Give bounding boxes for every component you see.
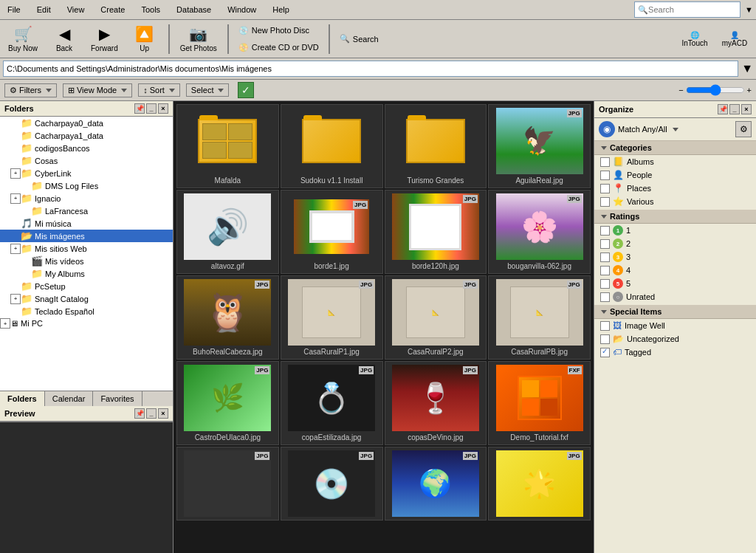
- special-header[interactable]: Special Items: [594, 305, 756, 319]
- people-checkbox[interactable]: [600, 171, 610, 180]
- thumb-castro[interactable]: JPG 🌿 CastroDeUlaca0.jpg: [176, 361, 279, 445]
- rating4-checkbox[interactable]: [600, 266, 610, 275]
- tree-expander[interactable]: +: [10, 168, 21, 179]
- menu-edit[interactable]: Edit: [32, 4, 55, 16]
- filters-button[interactable]: ⚙ Filters: [4, 83, 57, 97]
- up-button[interactable]: 🔼 Up: [126, 22, 163, 55]
- places-checkbox[interactable]: [600, 184, 610, 193]
- tree-item[interactable]: 📁 My Albums: [0, 267, 173, 280]
- view-mode-button[interactable]: ⊞ View Mode: [63, 83, 132, 97]
- org-image-well[interactable]: 🖼 Image Well: [594, 319, 756, 332]
- sort-button[interactable]: ↕ Sort: [138, 83, 180, 97]
- address-go-icon[interactable]: ▼: [741, 62, 753, 75]
- panel-minimize-button[interactable]: _: [146, 103, 157, 114]
- back-button[interactable]: ◀ Back: [46, 22, 83, 55]
- thumb-buho[interactable]: JPG 🦉 BuhoRealCabeza.jpg: [176, 275, 279, 360]
- tree-expander[interactable]: +: [10, 193, 21, 204]
- ratings-header[interactable]: Ratings: [594, 210, 756, 224]
- thumb-row5-4[interactable]: JPG 🌟: [488, 447, 591, 521]
- thumb-altavoz[interactable]: 🔊 altavoz.gif: [176, 190, 279, 274]
- tree-expander[interactable]: [10, 281, 21, 292]
- tree-expander[interactable]: +: [10, 244, 21, 254]
- tree-expander[interactable]: +: [0, 318, 10, 329]
- org-people[interactable]: 👤 People: [594, 168, 756, 182]
- menu-database[interactable]: Database: [172, 4, 216, 16]
- rating2-checkbox[interactable]: [600, 239, 610, 249]
- panel-pin-button[interactable]: 📌: [134, 103, 145, 114]
- tree-item-mi-pc[interactable]: + 🖥 Mi PC: [0, 317, 173, 329]
- organize-minimize-button[interactable]: _: [729, 104, 740, 114]
- zoom-out-icon[interactable]: −: [678, 86, 683, 95]
- check-button[interactable]: ✓: [238, 82, 254, 98]
- tree-item-selected[interactable]: 📂 Mis imágenes: [0, 230, 173, 242]
- org-uncategorized[interactable]: 📂 Uncategorized: [594, 332, 756, 346]
- tree-item[interactable]: + 📁 Ignacio: [0, 192, 173, 205]
- menu-help[interactable]: Help: [268, 4, 294, 16]
- categories-header[interactable]: Categories: [594, 141, 756, 155]
- create-cd-button[interactable]: 📀 Create CD or DVD: [234, 41, 323, 55]
- preview-close-button[interactable]: ×: [158, 408, 168, 419]
- thumb-borde120[interactable]: JPG borde120h.jpg: [385, 190, 487, 274]
- tab-folders[interactable]: Folders: [0, 391, 45, 406]
- org-rating-5[interactable]: 5 5: [594, 277, 756, 290]
- get-photos-button[interactable]: 📷 Get Photos: [175, 22, 222, 55]
- thumb-borde1[interactable]: JPG borde1.jpg: [281, 190, 383, 274]
- organize-pin-button[interactable]: 📌: [718, 104, 728, 114]
- albums-checkbox[interactable]: [600, 157, 610, 167]
- preview-pin-button[interactable]: 📌: [134, 408, 145, 419]
- address-input[interactable]: [3, 61, 738, 77]
- buy-now-button[interactable]: 🛒 Buy Now: [3, 22, 43, 55]
- rating1-checkbox[interactable]: [600, 226, 610, 236]
- thumb-copa[interactable]: JPG 💍 copaEstilizada.jpg: [281, 361, 383, 445]
- thumb-row5-3[interactable]: JPG 🌍: [385, 447, 487, 521]
- org-rating-2[interactable]: 2 2: [594, 237, 756, 250]
- tree-item[interactable]: + 📁 SnagIt Catalog: [0, 292, 173, 305]
- panel-close-button[interactable]: ×: [158, 103, 168, 114]
- tab-favorites[interactable]: Favorites: [93, 391, 142, 406]
- organize-options-button[interactable]: ⚙: [735, 121, 752, 137]
- tree-item[interactable]: 📁 Cacharpaya0_data: [0, 117, 173, 129]
- tree-expander[interactable]: [10, 118, 21, 128]
- match-icon[interactable]: ◉: [599, 121, 615, 137]
- org-albums[interactable]: 📒 Albums: [594, 155, 756, 168]
- menu-tools[interactable]: Tools: [137, 4, 165, 16]
- thumb-aguila[interactable]: JPG 🦅 AguilaReal.jpg: [488, 104, 591, 188]
- forward-button[interactable]: ▶ Forward: [86, 22, 123, 55]
- thumb-casaruralpb[interactable]: JPG 📐 CasaRuralPB.jpg: [488, 275, 591, 360]
- tree-expander[interactable]: [10, 156, 21, 166]
- tree-expander[interactable]: [10, 143, 21, 154]
- tree-expander[interactable]: +: [10, 294, 21, 304]
- image-well-checkbox[interactable]: [600, 321, 610, 331]
- tree-expander[interactable]: [21, 181, 31, 191]
- tree-item[interactable]: 📁 Teclado Español: [0, 305, 173, 317]
- select-button[interactable]: Select: [186, 83, 230, 97]
- search-button[interactable]: 🔍 Search: [335, 32, 383, 46]
- myacd-button[interactable]: 👤 myACD: [716, 28, 753, 50]
- menu-create[interactable]: Create: [96, 4, 129, 16]
- unrated-checkbox[interactable]: [600, 292, 610, 302]
- tree-item[interactable]: 📁 Cacharpaya1_data: [0, 129, 173, 142]
- menu-file[interactable]: File: [3, 4, 25, 16]
- menu-view[interactable]: View: [63, 4, 89, 16]
- org-rating-1[interactable]: 1 1: [594, 224, 756, 237]
- tree-expander[interactable]: [10, 131, 21, 141]
- org-places[interactable]: 📍 Places: [594, 182, 756, 195]
- tree-item[interactable]: + 📁 CyberLink: [0, 167, 173, 179]
- rating3-checkbox[interactable]: [600, 253, 610, 262]
- tree-item[interactable]: 📁 codigosBancos: [0, 142, 173, 154]
- thumb-casaruralp2[interactable]: JPG 📐 CasaRuralP2.jpg: [385, 275, 487, 360]
- org-various[interactable]: ⭐ Various: [594, 195, 756, 208]
- tree-expander[interactable]: [10, 231, 21, 241]
- thumb-mafalda[interactable]: Mafalda: [176, 104, 279, 188]
- new-photo-disc-button[interactable]: 💿 New Photo Disc: [234, 24, 323, 38]
- various-checkbox[interactable]: [600, 197, 610, 207]
- org-rating-4[interactable]: 4 4: [594, 264, 756, 277]
- intouch-button[interactable]: 🌐 InTouch: [676, 28, 713, 50]
- tree-item[interactable]: + 📁 Mis sitios Web: [0, 242, 173, 255]
- quick-search-bar[interactable]: 🔍: [634, 1, 740, 18]
- uncategorized-checkbox[interactable]: [600, 334, 610, 344]
- tree-item[interactable]: 📁 DMS Log Files: [0, 179, 173, 192]
- tab-calendar[interactable]: Calendar: [45, 391, 94, 406]
- tree-expander[interactable]: [10, 306, 21, 317]
- thumb-demo-tutorial[interactable]: FXF Demo_Tutorial.fxf: [488, 361, 591, 445]
